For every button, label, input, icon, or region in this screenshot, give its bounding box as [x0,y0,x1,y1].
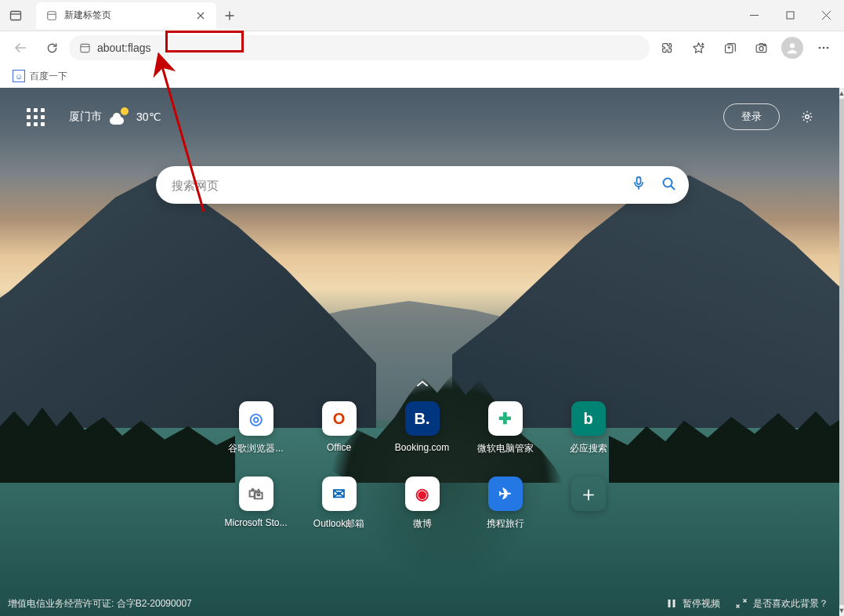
add-quick-link-button[interactable]: ＋ [547,476,630,552]
address-bar[interactable] [69,35,650,60]
plus-icon: ＋ [571,476,606,511]
license-text: 增值电信业务经营许可证: 合字B2-20090007 [8,597,659,611]
expand-quicklinks-button[interactable] [415,378,430,392]
quick-link-label: 携程旅行 [487,517,524,531]
weather-widget[interactable]: 厦门市 30℃ [69,107,161,126]
quick-link[interactable]: ◎谷歌浏览器... [215,401,298,476]
svg-point-24 [819,47,821,49]
new-tab-button[interactable] [216,2,243,29]
ntp-header: 厦门市 30℃ 登录 [0,103,844,130]
tab-close-button[interactable] [193,8,208,24]
svg-point-26 [827,47,829,49]
weather-city: 厦门市 [69,110,102,124]
quick-link-label: 微博 [413,517,432,531]
scroll-down-icon[interactable]: ▼ [839,605,844,616]
baidu-icon: ☺ [13,70,25,82]
ntp-footer: 增值电信业务经营许可证: 合字B2-20090007 暂停视频 是否喜欢此背景？ [0,591,844,616]
menu-button[interactable] [810,35,838,60]
search-input[interactable] [172,179,631,192]
svg-line-31 [671,187,674,190]
quick-link-tile: 🛍 [239,476,273,511]
refresh-button[interactable] [38,35,66,60]
new-tab-page: 厦门市 30℃ 登录 ◎谷歌浏览器...OOfficeB.Booking.com… [0,88,844,616]
weather-icon [110,107,129,126]
browser-tab[interactable]: 新建标签页 [36,2,216,29]
quick-link-tile: ◎ [239,401,273,436]
svg-rect-9 [787,12,794,19]
quick-link[interactable]: OOffice [298,401,381,476]
search-box[interactable] [156,166,689,204]
tab-strip: 新建标签页 [0,0,243,31]
svg-point-14 [82,45,82,45]
svg-point-21 [759,46,762,50]
weather-temp: 30℃ [136,111,161,123]
bookmark-baidu[interactable]: ☺ 百度一下 [9,68,71,85]
quick-link[interactable]: ✚微软电脑管家 [464,401,547,476]
close-window-button[interactable] [808,0,844,31]
app-launcher-button[interactable] [24,105,47,129]
back-button[interactable] [6,35,34,60]
svg-rect-33 [673,600,676,607]
quick-link-tile: ✈ [488,476,523,511]
login-button[interactable]: 登录 [723,103,780,130]
quick-link-label: 必应搜索 [570,442,607,455]
quick-link-tile: ◉ [405,476,440,511]
screenshot-button[interactable] [747,35,775,60]
svg-rect-0 [11,11,21,20]
toolbar [0,31,844,64]
quick-link[interactable]: ✈携程旅行 [464,476,547,552]
quick-link-tile: B. [405,401,440,436]
bookmark-label: 百度一下 [30,70,67,83]
favorites-button[interactable] [684,35,712,60]
scroll-thumb[interactable] [839,99,844,605]
extensions-button[interactable] [653,35,681,60]
pause-label: 暂停视频 [683,597,720,611]
quick-link-tile: ✚ [488,401,523,436]
svg-rect-32 [668,600,671,607]
scrollbar[interactable]: ▲ ▼ [839,88,844,616]
collections-button[interactable] [715,35,744,60]
tab-title: 新建标签页 [64,9,111,22]
title-bar: 新建标签页 [0,0,844,31]
like-background-button[interactable]: 是否喜欢此背景？ [728,597,836,611]
window-controls [736,0,844,31]
quick-link-label: 谷歌浏览器... [228,442,283,455]
quick-link-label: Office [327,442,351,453]
site-info-icon[interactable] [77,40,92,56]
svg-point-23 [790,43,795,48]
pause-video-button[interactable]: 暂停视频 [659,597,728,611]
svg-rect-2 [48,11,56,20]
svg-rect-12 [80,44,89,52]
tab-overview-button[interactable] [0,0,31,31]
profile-button[interactable] [781,37,803,59]
quick-link-tile: b [571,401,606,436]
search-button[interactable] [661,176,676,194]
quick-link[interactable]: 🛍Microsoft Sto... [215,476,298,552]
quick-link-label: Outlook邮箱 [313,517,364,531]
svg-point-28 [806,115,810,119]
quick-link-label: 微软电脑管家 [477,442,534,455]
bookmark-bar: ☺ 百度一下 [0,64,844,88]
voice-search-button[interactable] [631,176,647,194]
minimize-button[interactable] [736,0,772,31]
quick-link[interactable]: ◉微博 [381,476,464,552]
quick-links-grid: ◎谷歌浏览器...OOfficeB.Booking.com✚微软电脑管家b必应搜… [215,401,630,552]
quick-link[interactable]: B.Booking.com [381,401,464,476]
quick-link-tile: ✉ [322,476,357,511]
quick-link[interactable]: b必应搜索 [547,401,630,476]
maximize-button[interactable] [772,0,808,31]
page-settings-button[interactable] [794,103,820,130]
url-input[interactable] [97,35,645,60]
quick-link[interactable]: ✉Outlook邮箱 [298,476,381,552]
svg-point-25 [823,47,825,49]
like-label: 是否喜欢此背景？ [753,597,828,611]
quick-link-label: Booking.com [395,442,449,453]
tab-favicon [45,9,58,22]
quick-link-label: Microsoft Sto... [224,517,287,528]
quick-link-tile: O [322,401,357,436]
scroll-up-icon[interactable]: ▲ [839,88,844,99]
svg-rect-29 [636,177,640,184]
